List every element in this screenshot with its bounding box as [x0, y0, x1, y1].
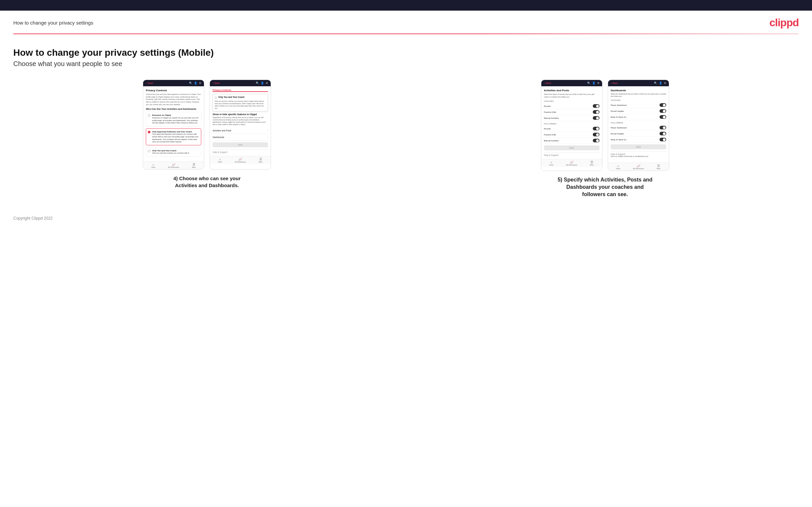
menu-activities-label: Activities and Posts	[212, 129, 231, 132]
footer: Copyright Clippd 2022	[0, 205, 812, 228]
toggle-coaches-manual[interactable]: Manual Activities	[544, 115, 600, 121]
popup-radio-row: Only You and Your Coach	[214, 96, 266, 99]
screen1-nav: < Back 🔍 👤 ⚙	[143, 80, 204, 86]
toggle-coaches-rounds-switch[interactable]	[593, 104, 600, 108]
tab-menu-2[interactable]: ☰ Menu	[250, 158, 271, 163]
tab-home-2[interactable]: ⌂ Home	[210, 158, 230, 163]
search-icon[interactable]: 🔍	[189, 81, 192, 84]
tab-performance-1[interactable]: 📈 My Performance	[163, 163, 184, 168]
toggle-followers-rounds[interactable]: Rounds	[544, 126, 600, 132]
home-icon-4: ⌂	[617, 164, 619, 168]
toggle-coaches-drills[interactable]: Practice Drills	[544, 109, 600, 115]
only-you-popup: Only You and Your Coach Only you and the…	[212, 94, 268, 111]
screen1-back[interactable]: < Back	[146, 82, 153, 84]
chart-icon-1: 📈	[172, 163, 175, 166]
save-btn-2[interactable]: Save	[212, 143, 268, 147]
toggle-followers-rounds-switch[interactable]	[593, 127, 600, 130]
toggle-c-round-insights[interactable]: Round Insights	[611, 108, 666, 114]
search-icon-3[interactable]: 🔍	[587, 81, 591, 84]
home-icon-1: ⌂	[152, 163, 154, 166]
screen1-section-label: Who Can See Your Activities and Dashboar…	[146, 108, 201, 110]
screen3-nav-icons: 🔍 👤 ⚙	[587, 81, 600, 84]
screen3-body: Activities and Posts Select the types of…	[541, 86, 602, 159]
help-support-4-text: Visit our Clippd community to troublesho…	[611, 155, 666, 158]
tab-performance-label-1: My Performance	[168, 167, 179, 168]
tab-performance-label-2: My Performance	[235, 161, 246, 163]
toggle-f-player-dash[interactable]: Player Dashboard	[611, 125, 666, 131]
toggle-coaches-rounds-label: Rounds	[544, 105, 551, 107]
search-icon-4[interactable]: 🔍	[654, 81, 657, 84]
screen2-frame: < Back 🔍 👤 ⚙ Privacy Controls	[210, 79, 271, 170]
toggle-f-round-insights[interactable]: Round Insights	[611, 131, 666, 137]
person-icon-2[interactable]: 👤	[261, 81, 264, 84]
tab-home-label-3: Home	[549, 164, 553, 166]
chart-icon-2: 📈	[239, 158, 242, 161]
tab-performance-2[interactable]: 📈 My Performance	[230, 158, 250, 163]
screen2-back[interactable]: < Back	[212, 82, 220, 84]
tab-performance-4[interactable]: 📈 My Performance	[628, 164, 649, 170]
option-followers[interactable]: Only Approved Followers and Your Coach O…	[146, 128, 201, 145]
page-heading: How to change your privacy settings (Mob…	[13, 48, 799, 58]
page-subheading: Choose what you want people to see	[13, 60, 799, 68]
toggle-f-round-insights-label: Round Insights	[611, 133, 624, 135]
option-everyone[interactable]: Everyone on Clippd Everyone on Clippd ca…	[146, 112, 201, 126]
toggle-c-what-to-work-switch[interactable]	[660, 115, 666, 119]
tab-menu-4[interactable]: ☰ Menu	[649, 164, 669, 170]
search-icon-2[interactable]: 🔍	[256, 81, 259, 84]
screen3-desc: Select the types of activity that you'd …	[544, 93, 600, 98]
screen4-desc: Select the dashboards that you'd like to…	[611, 93, 666, 98]
toggle-coaches-rounds[interactable]: Rounds	[544, 103, 600, 109]
save-btn-4[interactable]: Save	[611, 144, 666, 149]
settings-icon[interactable]: ⚙	[199, 81, 201, 84]
person-icon[interactable]: 👤	[194, 81, 197, 84]
toggle-coaches-manual-switch[interactable]	[593, 116, 600, 120]
tab-menu-3[interactable]: ☰ Menu	[582, 161, 602, 166]
tab-home-3[interactable]: ⌂ Home	[541, 161, 562, 166]
toggle-followers-manual[interactable]: Manual Activities	[544, 138, 600, 144]
settings-icon-4[interactable]: ⚙	[664, 81, 666, 84]
tab-menu-label-3: Menu	[590, 164, 594, 166]
tab-performance-3[interactable]: 📈 My Performance	[562, 161, 582, 166]
menu-activities[interactable]: Activities and Posts ›	[212, 127, 268, 134]
menu-icon-2: ☰	[259, 158, 262, 161]
top-bar	[0, 0, 812, 11]
toggle-c-player-dash-switch[interactable]	[660, 103, 666, 107]
save-btn-3[interactable]: Save	[544, 145, 600, 150]
screenshots-layout: < Back 🔍 👤 ⚙ Privacy Controls Control ho…	[13, 79, 799, 199]
screen1-desc: Control how you and your data appears to…	[146, 93, 201, 106]
toggle-followers-drills[interactable]: Practice Drills	[544, 132, 600, 138]
left-group: < Back 🔍 👤 ⚙ Privacy Controls Control ho…	[13, 79, 401, 189]
toggle-followers-manual-switch[interactable]	[593, 139, 600, 143]
toggle-f-player-dash-switch[interactable]	[660, 126, 666, 129]
header-title: How to change your privacy settings	[13, 20, 93, 25]
toggle-c-what-to-work[interactable]: What To Work On	[611, 114, 666, 120]
person-icon-3[interactable]: 👤	[592, 81, 596, 84]
screen3-back[interactable]: < Back	[544, 82, 551, 84]
toggle-f-what-to-work[interactable]: What To Work On	[611, 137, 666, 143]
toggle-followers-drills-switch[interactable]	[593, 133, 600, 136]
help-support-4-label: Help & Support	[611, 153, 625, 155]
followers-header-4: FOLLOWERS	[611, 122, 666, 124]
toggle-f-what-to-work-switch[interactable]	[660, 138, 666, 142]
menu-dashboards[interactable]: Dashboards ›	[212, 134, 268, 141]
show-hide-title: Show or hide specific features in Clippd	[212, 113, 268, 115]
popup-title: Only You and Your Coach	[218, 96, 244, 98]
tab-home-4[interactable]: ⌂ Home	[608, 164, 628, 170]
toggle-coaches-manual-label: Manual Activities	[544, 117, 559, 119]
screen1-frame: < Back 🔍 👤 ⚙ Privacy Controls Control ho…	[143, 79, 204, 170]
option-coach-only[interactable]: Only You and Your Coach Only you and the…	[146, 147, 201, 157]
settings-icon-3[interactable]: ⚙	[597, 81, 600, 84]
tab-performance-label-4: My Performance	[633, 168, 644, 170]
toggle-c-player-dash[interactable]: Player Dashboard	[611, 102, 666, 108]
settings-icon-2[interactable]: ⚙	[266, 81, 268, 84]
option-followers-label: Only Approved Followers and Your Coach	[152, 130, 199, 133]
header: How to change your privacy settings clip…	[0, 11, 812, 34]
toggle-c-round-insights-switch[interactable]	[660, 109, 666, 113]
tab-menu-1[interactable]: ☰ Menu	[184, 163, 204, 168]
toggle-coaches-drills-switch[interactable]	[593, 110, 600, 114]
toggle-f-round-insights-switch[interactable]	[660, 132, 666, 135]
person-icon-4[interactable]: 👤	[659, 81, 662, 84]
screen4-back[interactable]: < Back	[611, 82, 618, 84]
tab-home-1[interactable]: ⌂ Home	[143, 163, 163, 168]
toggle-followers-drills-label: Practice Drills	[544, 134, 556, 136]
